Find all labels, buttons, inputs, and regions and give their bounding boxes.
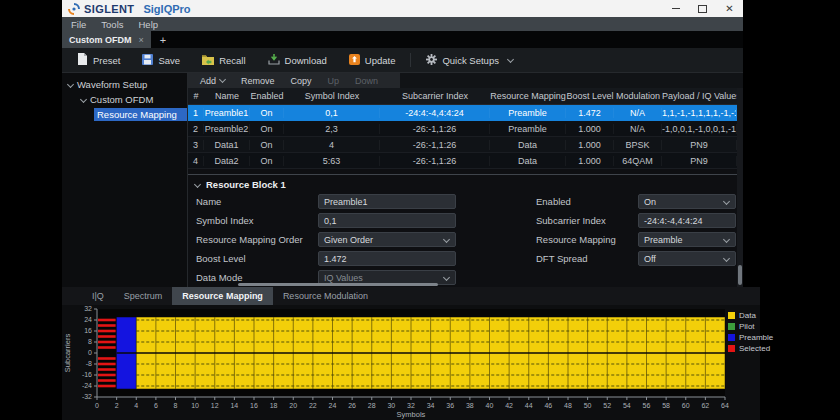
sidebar-item-waveform-setup[interactable]: Waveform Setup <box>62 77 187 92</box>
table-row[interactable]: 4Data2On5:63-26:-1,1:26Data1.00064QAMPN9 <box>188 153 737 169</box>
download-button[interactable]: Download <box>257 51 338 70</box>
column-header-4: Subcarrier Index <box>380 91 490 101</box>
table-cell: Data2 <box>204 156 250 166</box>
update-button[interactable]: Update <box>338 51 407 70</box>
view-tab-bar: I|QSpectrumResource MappingResource Modu… <box>62 287 760 305</box>
recall-button[interactable]: Recall <box>191 51 256 70</box>
table-cell: 1.472 <box>566 108 614 118</box>
chevron-down-icon <box>723 236 730 243</box>
field-value: Preamble1 <box>324 197 368 207</box>
viewer-panel: I|QSpectrumResource MappingResource Modu… <box>62 287 760 420</box>
table-cell: 2,3 <box>284 124 380 134</box>
table-cell: PN9 <box>662 140 737 150</box>
chart-legend: DataPilotPreambleSelected <box>728 311 773 353</box>
add-tab-button[interactable]: + <box>151 31 175 48</box>
legend-swatch-pilot <box>728 323 735 330</box>
table-row[interactable]: 2Preamble2On2,3-26:-1,1:26Preamble1.000N… <box>188 121 737 137</box>
resource-mapping-chart: 32241680-8-16-24-32024681012141618202224… <box>62 305 760 420</box>
minimize-button[interactable] <box>662 0 689 17</box>
quick-setups-button[interactable]: Quick Setups <box>415 51 524 70</box>
view-tab-resource-mapping[interactable]: Resource Mapping <box>172 287 273 305</box>
table-cell: 1,1,-1,-1,1,1,1,-1,-1,-1,-1,1,1,1... <box>662 108 737 118</box>
view-tab-spectrum[interactable]: Spectrum <box>114 287 173 305</box>
table-row[interactable]: 1Preamble1On0,1-24:4:-4,4:4:24Preamble1.… <box>188 105 737 121</box>
toolbar-button-label: Quick Setups <box>442 55 499 66</box>
button-label: Add <box>200 76 216 86</box>
horizontal-scrollbar[interactable] <box>238 283 438 286</box>
column-header-6: Boost Level <box>566 91 614 101</box>
maximize-button[interactable] <box>689 0 716 17</box>
up-row-button[interactable]: Up <box>320 76 348 86</box>
app-window: SIGLENT SigIQPro ✕ FileToolsHelp Custom … <box>62 0 760 420</box>
svg-text:12: 12 <box>211 402 219 409</box>
view-tab-i-q[interactable]: I|Q <box>82 287 114 305</box>
close-button[interactable]: ✕ <box>716 0 743 17</box>
field-label-data-mode: Data Mode <box>196 272 318 283</box>
svg-text:2: 2 <box>115 402 119 409</box>
legend-label: Pilot <box>739 322 755 331</box>
field-value: IQ Values <box>324 273 363 283</box>
table-cell: 64QAM <box>614 156 662 166</box>
preset-button[interactable]: Preset <box>66 50 131 70</box>
update-icon <box>349 54 360 67</box>
tab-custom-ofdm[interactable]: Custom OFDM× <box>62 31 151 48</box>
collapse-chevron-icon <box>194 180 201 187</box>
menu-item-tools[interactable]: Tools <box>101 19 123 30</box>
table-cell: Data1 <box>204 140 250 150</box>
name-input[interactable]: Preamble1 <box>318 194 456 209</box>
resource-block-title: Resource Block 1 <box>206 179 286 190</box>
download-icon <box>268 54 280 67</box>
svg-text:16: 16 <box>250 402 258 409</box>
title-bar: SIGLENT SigIQPro ✕ <box>62 0 743 17</box>
legend-item: Selected <box>728 344 773 353</box>
symbol-index-input[interactable]: 0,1 <box>318 213 456 228</box>
toolbar-button-label: Preset <box>93 55 120 66</box>
table-toolbar: AddRemoveCopyUpDown <box>188 73 743 88</box>
preset-icon <box>77 53 88 67</box>
enabled-dropdown[interactable]: On <box>638 194 736 209</box>
subcarrier-index-input[interactable]: -24:4:-4,4:4:24 <box>638 213 736 228</box>
field-value: 1.472 <box>324 254 347 264</box>
toolbar-button-label: Update <box>365 55 396 66</box>
remove-row-button[interactable]: Remove <box>233 76 283 86</box>
menu-item-file[interactable]: File <box>71 19 86 30</box>
field-value: Given Order <box>324 235 373 245</box>
svg-text:46: 46 <box>544 402 552 409</box>
tab-close-icon[interactable]: × <box>139 35 144 45</box>
sidebar-item-custom-ofdm[interactable]: Custom OFDM <box>62 92 187 107</box>
table-row[interactable]: 3Data1On4-26:-1,1:26Data1.000BPSKPN9 <box>188 137 737 153</box>
table-cell: On <box>250 140 284 150</box>
button-label: Copy <box>291 76 312 86</box>
resource-mapping-chart-area: 32241680-8-16-24-32024681012141618202224… <box>62 305 760 420</box>
scrollbar-thumb[interactable] <box>738 265 742 285</box>
copy-row-button[interactable]: Copy <box>283 76 320 86</box>
toolbar-button-label: Recall <box>219 55 245 66</box>
dft-spread-dropdown[interactable]: Off <box>638 251 736 266</box>
form-row: IQ Values1,1,-1,-1,1,1,1,-1,-1,-1,-1,1,1… <box>196 287 735 288</box>
svg-text:26: 26 <box>348 402 356 409</box>
svg-text:10: 10 <box>191 402 199 409</box>
toolbar-button-label: Download <box>285 55 327 66</box>
recall-icon <box>202 54 214 67</box>
table-cell: N/A <box>614 108 662 118</box>
resource-table: 1Preamble1On0,1-24:4:-4,4:4:24Preamble1.… <box>188 105 743 169</box>
resource-mapping-dropdown[interactable]: Preamble <box>638 232 736 247</box>
svg-text:22: 22 <box>309 402 317 409</box>
table-cell: PN9 <box>662 156 737 166</box>
svg-text:4: 4 <box>134 402 138 409</box>
save-button[interactable]: Save <box>131 51 191 70</box>
add-row-button[interactable]: Add <box>192 76 233 86</box>
resource-mapping-order-dropdown[interactable]: Given Order <box>318 232 456 247</box>
menu-item-help[interactable]: Help <box>139 19 159 30</box>
view-tab-resource-modulation[interactable]: Resource Modulation <box>273 287 378 305</box>
brand-text: SIGLENT <box>84 3 134 15</box>
sidebar-item-resource-mapping[interactable]: Resource Mapping <box>62 107 187 122</box>
vertical-scrollbar[interactable] <box>737 88 743 287</box>
button-label: Up <box>328 76 340 86</box>
boost-level-input[interactable]: 1.472 <box>318 251 456 266</box>
table-cell: 1 <box>188 108 204 118</box>
down-row-button[interactable]: Down <box>347 76 386 86</box>
resource-block-header[interactable]: Resource Block 1 <box>188 177 743 191</box>
legend-item: Pilot <box>728 322 773 331</box>
svg-text:38: 38 <box>466 402 474 409</box>
